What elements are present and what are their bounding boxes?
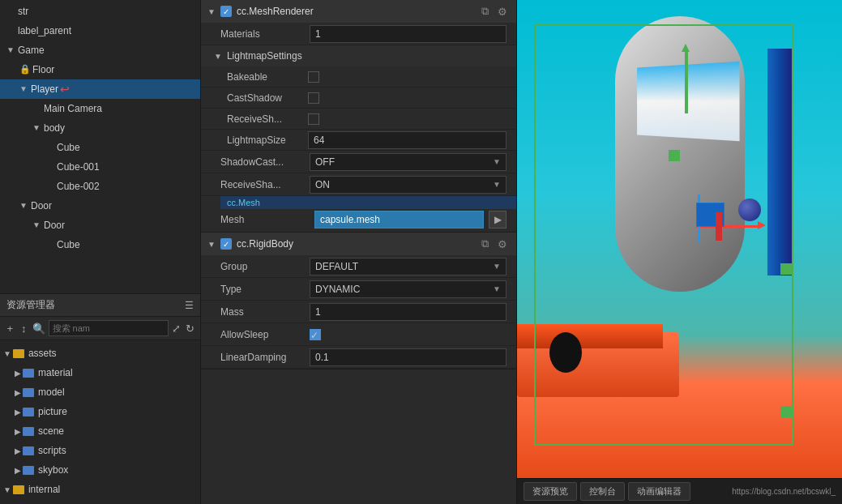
component-collapse-icon[interactable]: ▼	[207, 240, 216, 249]
cast-shadow-value	[308, 92, 506, 104]
component-settings-icon[interactable]: ⚙	[495, 237, 510, 251]
receive-sh-checkbox[interactable]	[308, 113, 319, 125]
section-collapse-icon[interactable]: ▼	[214, 52, 222, 61]
hierarchy-item-game[interactable]: Game	[0, 41, 200, 60]
mass-input[interactable]	[310, 303, 506, 321]
component-action-icons: ⧉ ⚙	[477, 237, 510, 251]
bounding-box	[534, 24, 793, 446]
hierarchy-item-label: Floor	[32, 64, 54, 75]
dropdown-arrow-icon: ▼	[493, 284, 501, 293]
asset-manager-header: 资源管理器 ☰	[0, 294, 200, 317]
asset-item-internal[interactable]: ▼ internal	[0, 480, 200, 499]
hierarchy-list: str label_parent Game 🔒 Floor Player ↩ M…	[0, 0, 200, 293]
hierarchy-item-label: str	[18, 6, 28, 17]
asset-item-skybox[interactable]: ▶ skybox	[0, 460, 200, 480]
asset-item-model[interactable]: ▶ model	[0, 382, 200, 402]
lock-icon: 🔒	[19, 64, 31, 75]
hierarchy-item-floor[interactable]: 🔒 Floor	[0, 60, 200, 79]
search-button[interactable]: 🔍	[32, 320, 45, 336]
asset-manager-title: 资源管理器	[6, 298, 55, 312]
arrow-icon	[6, 26, 16, 36]
mass-value	[310, 303, 506, 321]
dropdown-arrow-icon: ▼	[493, 262, 501, 271]
hierarchy-item-label-parent[interactable]: label_parent	[0, 21, 200, 41]
blue-sphere-object	[738, 199, 761, 221]
asset-item-assets[interactable]: ▼ assets	[0, 344, 200, 363]
hierarchy-item-main-camera[interactable]: Main Camera	[0, 99, 200, 118]
refresh-button[interactable]: ↻	[185, 320, 195, 336]
component-enabled-checkbox[interactable]: ✓	[220, 6, 232, 17]
asset-item-scene[interactable]: ▶ scene	[0, 421, 200, 441]
receive-sha-label: ReceiveSha...	[220, 179, 310, 190]
linear-damping-input[interactable]	[310, 348, 506, 366]
asset-item-label: scene	[38, 425, 64, 437]
search-input[interactable]	[49, 320, 169, 336]
rigid-body-header: ▼ ✓ cc.RigidBody ⧉ ⚙	[201, 233, 516, 255]
y-axis-arrow	[685, 49, 688, 113]
group-select[interactable]: DEFAULT ▼	[310, 258, 506, 275]
url-watermark: https://blog.csdn.net/bcswkl_	[732, 487, 836, 496]
mesh-tooltip: cc.Mesh	[220, 196, 516, 209]
asset-item-chunks[interactable]: ▶ chunks	[0, 499, 200, 504]
green-corner-left	[669, 150, 680, 161]
component-copy-icon[interactable]: ⧉	[477, 4, 492, 19]
receive-sha-select[interactable]: ON ▼	[310, 176, 506, 194]
arrow-icon	[32, 104, 42, 113]
hierarchy-item-cube-door[interactable]: Cube	[0, 235, 200, 254]
collapse-button[interactable]: ⤢	[172, 320, 182, 336]
asset-expand-icon: ▶	[15, 427, 21, 436]
shadow-cast-property: ShadowCast... OFF ▼	[201, 151, 516, 173]
hierarchy-item-body[interactable]: body	[0, 118, 200, 138]
mesh-input[interactable]	[314, 211, 484, 229]
type-select[interactable]: DYNAMIC ▼	[310, 280, 506, 298]
receive-sha-value: ON ▼	[310, 176, 506, 194]
asset-item-scripts[interactable]: ▶ scripts	[0, 441, 200, 460]
tab-animation-editor[interactable]: 动画编辑器	[628, 482, 690, 501]
materials-label: Materials	[220, 28, 310, 40]
hierarchy-item-label: Main Camera	[44, 103, 102, 114]
tab-asset-preview[interactable]: 资源预览	[524, 482, 577, 501]
materials-input[interactable]	[310, 25, 506, 43]
allow-sleep-checkbox[interactable]: ✓	[310, 329, 321, 340]
asset-item-material[interactable]: ▶ material	[0, 363, 200, 382]
add-asset-button[interactable]: +	[5, 320, 15, 336]
expand-arrow-icon	[19, 201, 29, 211]
shadow-cast-value: OFF ▼	[310, 153, 506, 171]
cast-shadow-label: CastShadow	[227, 92, 308, 104]
rigid-body-component: ▼ ✓ cc.RigidBody ⧉ ⚙ Group DEFAULT ▼ Typ…	[201, 233, 516, 369]
hierarchy-item-door-1[interactable]: Door	[0, 196, 200, 216]
folder-icon	[23, 408, 34, 416]
receive-sha-property: ReceiveSha... ON ▼	[201, 173, 516, 196]
asset-manager-menu-icon[interactable]: ☰	[185, 300, 194, 311]
lightmap-size-input[interactable]	[308, 131, 506, 149]
cast-shadow-checkbox[interactable]	[308, 92, 319, 104]
bakeable-checkbox[interactable]	[308, 71, 319, 83]
asset-item-picture[interactable]: ▶ picture	[0, 402, 200, 421]
component-copy-icon[interactable]: ⧉	[477, 237, 492, 251]
asset-expand-icon: ▶	[15, 466, 21, 475]
hierarchy-item-player[interactable]: Player ↩	[0, 79, 200, 99]
shadow-cast-select[interactable]: OFF ▼	[310, 153, 506, 171]
expand-arrow-icon	[6, 45, 16, 55]
hierarchy-item-str[interactable]: str	[0, 2, 200, 21]
component-settings-icon[interactable]: ⚙	[495, 4, 510, 19]
linear-damping-property: LinearDamping	[201, 346, 516, 369]
hierarchy-item-door-2[interactable]: Door	[0, 216, 200, 235]
shadow-cast-label: ShadowCast...	[220, 156, 310, 168]
mesh-browse-button[interactable]: ▶	[489, 211, 506, 229]
hierarchy-item-cube[interactable]: Cube	[0, 138, 200, 157]
inspector-panel: ▼ ✓ cc.MeshRenderer ⧉ ⚙ Materials ▼ Ligh…	[201, 0, 517, 504]
asset-expand-icon: ▼	[3, 349, 11, 358]
hierarchy-item-cube-002[interactable]: Cube-002	[0, 177, 200, 196]
hierarchy-item-cube-001[interactable]: Cube-001	[0, 157, 200, 177]
component-enabled-checkbox[interactable]: ✓	[220, 238, 232, 250]
arrow-icon	[45, 240, 55, 250]
lightmap-size-property: LightmapSize	[201, 130, 516, 151]
asset-item-label: assets	[28, 348, 57, 359]
component-collapse-icon[interactable]: ▼	[207, 7, 216, 16]
viewport-canvas[interactable]	[517, 0, 842, 478]
tab-console[interactable]: 控制台	[580, 482, 625, 501]
sort-button[interactable]: ↕	[19, 320, 29, 336]
hierarchy-item-label: label_parent	[18, 25, 71, 36]
asset-expand-icon: ▶	[15, 388, 21, 397]
